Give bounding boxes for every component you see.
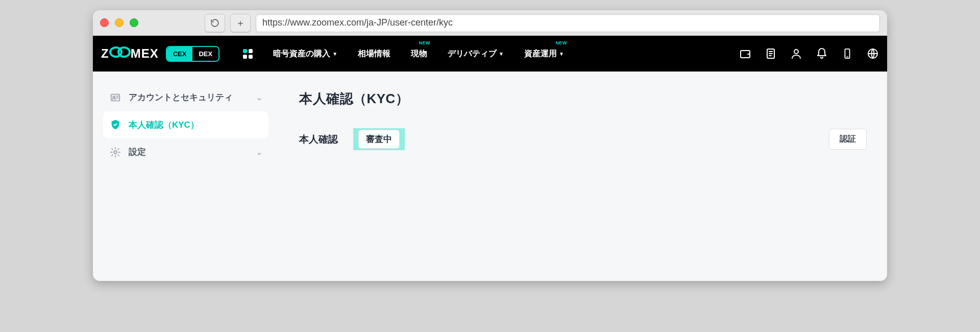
chevron-down-icon: ▼ [499, 51, 504, 57]
reload-icon [210, 18, 219, 28]
mobile-app-icon[interactable] [841, 48, 853, 60]
orders-icon[interactable] [765, 48, 777, 60]
app-topnav: Z MEX CEX DEX 暗号資産の購入 ▼ 相場情報 [93, 36, 887, 72]
minimize-window-button[interactable] [115, 18, 124, 27]
sidebar-item-label: アカウントとセキュリティ [129, 91, 249, 104]
svg-point-7 [794, 50, 798, 54]
cex-dex-toggle[interactable]: CEX DEX [166, 46, 219, 62]
url-bar[interactable]: https://www.zoomex.com/ja-JP/user-center… [256, 14, 880, 32]
nav-buy-crypto[interactable]: 暗号資産の購入 ▼ [273, 49, 337, 59]
wallet-icon[interactable] [739, 48, 751, 60]
browser-titlebar: ＋ https://www.zoomex.com/ja-JP/user-cent… [93, 10, 887, 36]
page-title: 本人確認（KYC） [299, 90, 867, 108]
chevron-down-icon: ⌄ [256, 148, 262, 156]
notifications-icon[interactable] [816, 48, 828, 60]
maximize-window-button[interactable] [130, 18, 138, 27]
sidebar-item-label: 本人確認（KYC） [129, 118, 262, 132]
dex-tab[interactable]: DEX [192, 47, 218, 61]
plus-icon: ＋ [236, 17, 245, 29]
sidebar: アカウントとセキュリティ ⌄ 本人確認（KYC） 設定 ⌄ [93, 72, 279, 281]
url-text: https://www.zoomex.com/ja-JP/user-center… [262, 17, 453, 28]
chevron-down-icon: ▼ [559, 51, 564, 57]
new-tab-button[interactable]: ＋ [230, 14, 251, 32]
chevron-down-icon: ▼ [332, 51, 337, 57]
svg-point-1 [118, 48, 130, 57]
kyc-status-row: 本人確認 審査中 認証 [299, 128, 867, 150]
nav-derivatives[interactable]: デリバティブ ▼ [448, 49, 504, 59]
sidebar-item-kyc[interactable]: 本人確認（KYC） [103, 111, 268, 139]
brand-logo[interactable]: Z MEX [101, 46, 159, 61]
nav-label: 資産運用 [524, 49, 557, 59]
main-nav: 暗号資産の購入 ▼ 相場情報 現物 NEW デリバティブ ▼ 資産運用 ▼ [273, 49, 564, 59]
nav-label: 現物 [411, 49, 427, 59]
nav-spot[interactable]: 現物 NEW [411, 49, 427, 59]
svg-point-12 [113, 96, 115, 98]
browser-window: ＋ https://www.zoomex.com/ja-JP/user-cent… [93, 10, 887, 281]
svg-point-15 [114, 151, 117, 154]
kyc-status-chip: 審査中 [358, 130, 400, 149]
sidebar-item-settings[interactable]: 設定 ⌄ [103, 138, 268, 166]
brand-rings-icon [109, 46, 131, 58]
nav-right-icons [739, 48, 879, 60]
nav-market-info[interactable]: 相場情報 [358, 49, 390, 59]
gear-icon [109, 147, 121, 158]
account-icon[interactable] [790, 48, 802, 60]
main-panel: 本人確認（KYC） 本人確認 審査中 認証 [279, 72, 887, 281]
brand-text-mex: MEX [131, 46, 159, 61]
kyc-row-label: 本人確認 [299, 133, 338, 146]
window-controls [100, 18, 138, 27]
brand-text-z: Z [101, 46, 109, 61]
verify-button[interactable]: 認証 [829, 129, 867, 150]
nav-asset-mgmt[interactable]: 資産運用 ▼ NEW [524, 49, 564, 59]
chevron-down-icon: ⌄ [256, 93, 262, 102]
id-card-icon [109, 92, 121, 103]
cex-tab[interactable]: CEX [167, 47, 193, 61]
nav-label: 暗号資産の購入 [273, 49, 330, 59]
sidebar-item-label: 設定 [129, 146, 249, 159]
shield-check-icon [109, 119, 121, 130]
language-icon[interactable] [867, 48, 879, 60]
nav-label: デリバティブ [448, 49, 497, 59]
close-window-button[interactable] [100, 18, 109, 27]
content-area: アカウントとセキュリティ ⌄ 本人確認（KYC） 設定 ⌄ [93, 72, 887, 281]
status-highlight: 審査中 [353, 128, 405, 150]
new-badge: NEW [419, 40, 431, 45]
sidebar-item-account-security[interactable]: アカウントとセキュリティ ⌄ [103, 84, 268, 111]
new-badge: NEW [555, 40, 567, 45]
apps-grid-icon[interactable] [243, 49, 253, 59]
reload-button[interactable] [205, 14, 225, 32]
nav-label: 相場情報 [358, 49, 390, 59]
